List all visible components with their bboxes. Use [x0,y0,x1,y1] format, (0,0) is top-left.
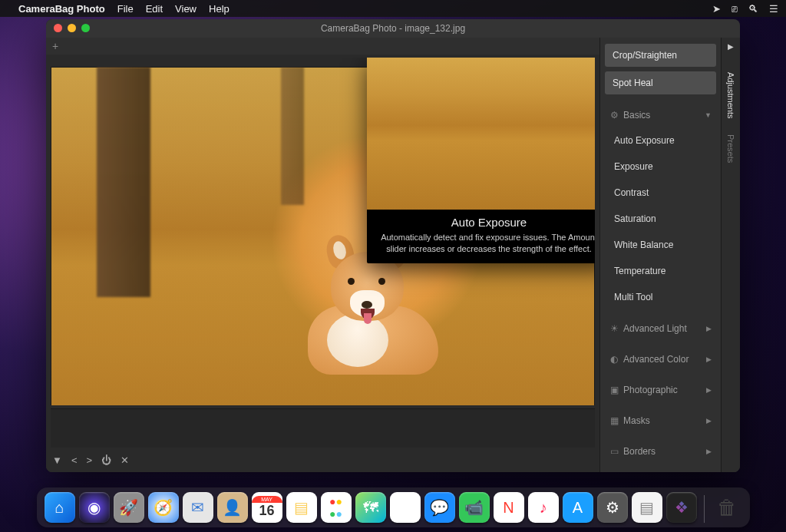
contacts-icon: 👤 [223,498,242,517]
finder-icon: ⌂ [54,499,64,517]
advanced-color-section[interactable]: ◐ Advanced Color ▶ [605,348,716,369]
dock-photos[interactable]: 🏵 [390,492,421,523]
dock-finder[interactable]: ⌂ [45,492,75,523]
chevron-down-icon: ▼ [705,111,712,119]
dock-siri[interactable]: ◉ [79,492,110,523]
notes-icon: ▤ [294,498,309,517]
calendar-month-label: MAY [252,496,282,503]
adjustment-auto-exposure[interactable]: Auto Exposure [605,130,716,151]
spot-heal-button[interactable]: Spot Heal [605,71,716,94]
dock-mail[interactable]: ✉︎ [183,492,213,523]
grid-icon: ▦ [609,415,619,426]
adjustment-contrast[interactable]: Contrast [605,182,716,203]
siri-icon: ◉ [88,498,101,517]
menubar-app-name[interactable]: CameraBag Photo [18,3,105,15]
macos-dock: ⌂ ◉ 🚀 🧭 ✉︎ 👤 MAY 16 ▤ ●●●● 🗺 🏵 💬 📹 N ♪ A… [37,487,750,527]
window-maximize-button[interactable] [81,24,90,32]
status-display-icon[interactable]: ⎚ [732,3,738,15]
dock-camerabag[interactable]: ❖ [666,492,697,523]
app-window: CameraBag Photo - image_132.jpg + [46,19,740,472]
safari-icon: 🧭 [154,498,173,517]
dock-launchpad[interactable]: 🚀 [114,492,144,523]
adjustment-tooltip: Auto Exposure Automatically detect and f… [367,58,595,263]
dock-facetime[interactable]: 📹 [459,492,490,523]
dock-notes[interactable]: ▤ [286,492,317,523]
basics-label: Basics [623,110,650,121]
adjustment-temperature[interactable]: Temperature [605,260,716,282]
dock-safari[interactable]: 🧭 [148,492,179,523]
image-tree-trunk [97,67,150,297]
footer-prev-icon[interactable]: < [71,454,78,466]
basics-section-header[interactable]: ⚙ Basics ▼ [605,104,716,125]
sun-icon: ☀ [609,323,619,334]
vertical-tab-strip: ▶ Adjustments Presets [721,38,740,472]
borders-section[interactable]: ▭ Borders ▶ [605,440,716,461]
camera-icon: ▣ [609,385,619,395]
status-cursor-icon[interactable]: ➤ [712,3,721,15]
footer-dropdown-icon[interactable]: ▼ [52,454,62,466]
adjustment-exposure[interactable]: Exposure [605,156,716,177]
textedit-icon: ▤ [639,498,654,517]
main-area: + [46,38,599,472]
dock-settings[interactable]: ⚙ [597,492,628,523]
filmstrip-panel[interactable] [51,408,595,448]
adjustment-multi-tool[interactable]: Multi Tool [605,286,716,308]
macos-menubar: CameraBag Photo File Edit View Help ➤ ⎚ … [0,0,786,17]
advanced-light-section[interactable]: ☀ Advanced Light ▶ [605,317,716,339]
launchpad-icon: 🚀 [119,498,138,517]
menubar-file[interactable]: File [117,3,134,15]
window-close-button[interactable] [54,24,62,32]
dock-trash[interactable]: 🗑 [712,492,742,523]
menubar-help[interactable]: Help [209,3,230,15]
window-titlebar[interactable]: CameraBag Photo - image_132.jpg [46,19,740,38]
dock-calendar[interactable]: MAY 16 [252,492,282,523]
dock-reminders[interactable]: ●●●● [321,492,352,523]
control-center-icon[interactable]: ☰ [769,3,778,15]
trash-icon: 🗑 [717,496,737,520]
add-tab-button[interactable]: + [52,40,58,52]
dock-news[interactable]: N [494,492,524,523]
footer-next-icon[interactable]: > [86,454,92,466]
photographic-label: Photographic [623,385,678,395]
dock-maps[interactable]: 🗺 [355,492,386,523]
masks-section[interactable]: ▦ Masks ▶ [605,409,716,431]
rectangle-icon: ▭ [609,446,619,457]
appstore-icon: A [573,499,583,517]
tooltip-description: Automatically detect and fix exposure is… [367,232,595,263]
footer-close-icon[interactable]: ✕ [121,454,129,466]
window-traffic-lights [54,24,90,32]
menubar-edit[interactable]: Edit [146,3,163,15]
image-canvas[interactable]: Auto Exposure Automatically detect and f… [51,58,595,405]
advanced-light-label: Advanced Light [623,323,687,334]
dock-separator [704,495,705,523]
dock-messages[interactable]: 💬 [424,492,455,523]
mail-icon: ✉︎ [191,498,204,517]
collapse-panel-icon[interactable]: ▶ [728,42,734,51]
tab-presets[interactable]: Presets [725,127,737,170]
maps-icon: 🗺 [363,499,378,517]
messages-icon: 💬 [430,498,449,517]
adjustment-saturation[interactable]: Saturation [605,208,716,230]
footer-power-icon[interactable]: ⏻ [101,454,111,466]
dock-textedit[interactable]: ▤ [632,492,662,523]
window-minimize-button[interactable] [68,24,76,32]
menubar-view[interactable]: View [175,3,196,15]
desktop: CameraBag Photo File Edit View Help ➤ ⎚ … [0,0,786,532]
photographic-section[interactable]: ▣ Photographic ▶ [605,378,716,400]
advanced-color-label: Advanced Color [623,354,689,365]
photos-icon: 🏵 [398,499,413,517]
crop-straighten-button[interactable]: Crop/Straighten [605,44,716,67]
dock-music[interactable]: ♪ [528,492,559,523]
adjustment-white-balance[interactable]: White Balance [605,234,716,256]
spotlight-search-icon[interactable]: 🔍︎ [748,3,758,15]
tab-adjustments[interactable]: Adjustments [725,64,737,127]
dock-appstore[interactable]: A [563,492,593,523]
palette-icon: ◐ [609,354,619,365]
image-tree-trunk [281,67,304,205]
chevron-right-icon: ▶ [706,355,712,363]
camerabag-icon: ❖ [675,498,689,517]
chevron-right-icon: ▶ [706,386,712,394]
tooltip-title: Auto Exposure [367,216,595,229]
footer-controls: ▼ < > ⏻ ✕ [46,451,599,472]
dock-contacts[interactable]: 👤 [217,492,248,523]
